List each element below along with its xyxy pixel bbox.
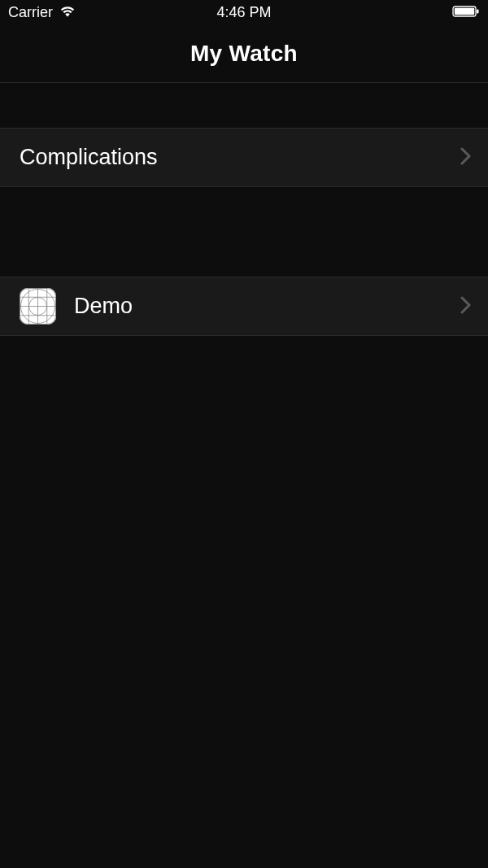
section-spacer — [0, 187, 488, 277]
svg-rect-1 — [455, 7, 474, 14]
cell-label: Demo — [74, 294, 460, 319]
svg-rect-2 — [477, 9, 479, 13]
navigation-bar: My Watch — [0, 24, 488, 83]
status-bar: Carrier 4:46 PM — [0, 0, 488, 24]
wifi-icon — [59, 4, 76, 21]
complications-cell[interactable]: Complications — [0, 128, 488, 187]
carrier-label: Carrier — [8, 4, 53, 21]
demo-app-cell[interactable]: Demo — [0, 277, 488, 336]
content-area: Complications — [0, 83, 488, 336]
battery-icon — [452, 4, 480, 21]
status-right — [452, 4, 480, 21]
section-spacer — [0, 83, 488, 128]
status-time: 4:46 PM — [216, 4, 271, 21]
cell-label: Complications — [20, 145, 460, 170]
app-icon — [20, 288, 56, 325]
status-left: Carrier — [8, 4, 76, 21]
chevron-right-icon — [460, 296, 472, 317]
page-title: My Watch — [190, 41, 298, 67]
chevron-right-icon — [460, 147, 472, 168]
